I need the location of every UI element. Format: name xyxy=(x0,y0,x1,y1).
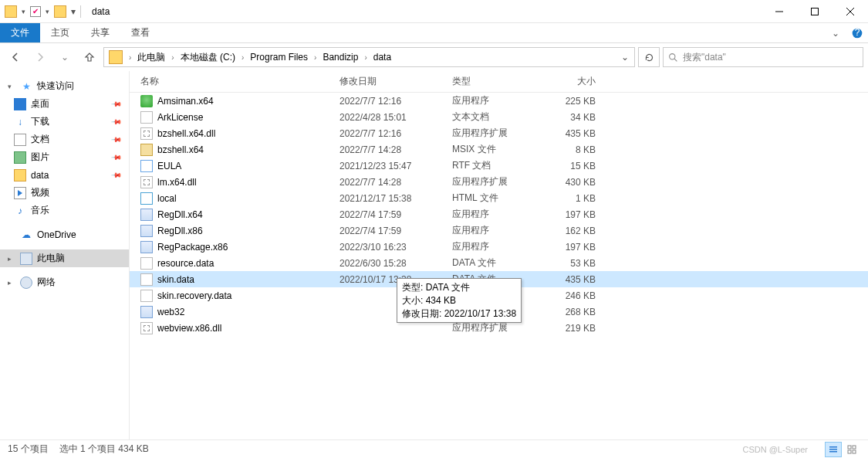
maximize-button[interactable] xyxy=(797,0,833,23)
file-name: resource.data xyxy=(157,258,329,269)
sidebar-item[interactable]: ↓下载📌 xyxy=(0,113,129,131)
help-icon[interactable]: ? xyxy=(846,23,868,42)
chevron-right-icon[interactable]: ▸ xyxy=(8,255,15,263)
address-bar: ⌄ › 此电脑 › 本地磁盘 (C:) › Program Files › Ba… xyxy=(0,43,868,71)
nav-network[interactable]: ▸ 网络 xyxy=(0,273,129,291)
chevron-right-icon[interactable]: › xyxy=(168,53,177,62)
address-dropdown-icon[interactable]: ⌄ xyxy=(617,52,633,63)
chevron-right-icon[interactable]: › xyxy=(311,53,319,62)
shield-icon xyxy=(140,95,153,107)
open-folder-icon[interactable] xyxy=(54,5,66,18)
file-name: RegDll.x64 xyxy=(157,209,329,220)
qat-dropdown-icon[interactable]: ▾ xyxy=(22,8,25,15)
file-date: 2021/12/17 15:38 xyxy=(329,193,441,204)
crumb-drive[interactable]: 本地磁盘 (C:) xyxy=(177,51,238,64)
nav-back-button[interactable] xyxy=(5,46,26,68)
file-row[interactable]: resource.data2022/6/30 15:28DATA 文件53 KB xyxy=(130,255,868,271)
sidebar-item-label: 桌面 xyxy=(31,97,49,110)
sidebar-item[interactable]: 图片📌 xyxy=(0,148,129,166)
svg-line-7 xyxy=(674,59,677,61)
status-item-count: 15 个项目 xyxy=(8,443,49,456)
tab-home[interactable]: 主页 xyxy=(40,23,80,42)
svg-rect-1 xyxy=(812,8,819,15)
nav-this-pc[interactable]: ▸ 此电脑 xyxy=(0,249,129,267)
qat-dropdown-icon[interactable]: ▾ xyxy=(46,8,49,15)
file-type: 应用程序扩展 xyxy=(441,127,540,140)
nav-forward-button[interactable] xyxy=(29,46,51,68)
sidebar-item-label: 视频 xyxy=(31,186,49,199)
file-name: bzshell.x64.dll xyxy=(157,128,329,139)
file-name: RegPackage.x86 xyxy=(157,242,329,253)
refresh-button[interactable] xyxy=(638,47,660,67)
qat-overflow-icon[interactable]: ▾ xyxy=(71,6,76,17)
breadcrumb[interactable]: › 此电脑 › 本地磁盘 (C:) › Program Files › Band… xyxy=(103,47,635,67)
chevron-right-icon[interactable]: › xyxy=(126,53,134,62)
nav-recent-icon[interactable]: ⌄ xyxy=(54,46,76,68)
close-button[interactable] xyxy=(833,0,868,23)
nav-quick-access[interactable]: ▾ ★ 快速访问 xyxy=(0,77,129,95)
crumb-data[interactable]: data xyxy=(370,52,394,63)
file-size: 34 KB xyxy=(540,112,610,123)
file-row[interactable]: RegDll.x642022/7/4 17:59应用程序197 KB xyxy=(130,206,868,222)
file-row[interactable]: lm.x64.dll2022/7/7 14:28应用程序扩展430 KB xyxy=(130,174,868,190)
tooltip-date: 修改日期: 2022/10/17 13:38 xyxy=(402,307,516,321)
file-size: 197 KB xyxy=(540,209,610,220)
file-row[interactable]: local2021/12/17 15:38HTML 文件1 KB xyxy=(130,190,868,206)
exe-icon xyxy=(140,209,153,221)
chevron-down-icon[interactable]: ▾ xyxy=(8,83,15,90)
nav-up-button[interactable] xyxy=(79,46,100,68)
file-row[interactable]: ArkLicense2022/4/28 15:01文本文档34 KB xyxy=(130,109,868,125)
sidebar-item[interactable]: 文档📌 xyxy=(0,131,129,148)
file-date: 2022/6/30 15:28 xyxy=(329,258,441,269)
file-row[interactable]: RegPackage.x862022/3/10 16:23应用程序197 KB xyxy=(130,239,868,255)
file-row[interactable]: bzshell.x642022/7/7 14:28MSIX 文件8 KB xyxy=(130,141,868,158)
window-title: data xyxy=(86,6,110,17)
file-size: 197 KB xyxy=(540,242,610,253)
folder-icon xyxy=(109,50,123,64)
file-date: 2022/7/4 17:59 xyxy=(329,226,441,236)
file-row[interactable]: bzshell.x64.dll2022/7/7 12:16应用程序扩展435 K… xyxy=(130,125,868,141)
file-row[interactable]: EULA2021/12/23 15:47RTF 文档15 KB xyxy=(130,158,868,174)
crumb-thispc[interactable]: 此电脑 xyxy=(134,51,168,64)
column-name[interactable]: 名称 xyxy=(130,75,329,88)
file-date: 2022/7/7 14:28 xyxy=(329,177,441,188)
minimize-button[interactable] xyxy=(762,0,797,23)
chevron-right-icon[interactable]: › xyxy=(238,53,247,62)
svg-rect-14 xyxy=(853,450,856,453)
tab-file[interactable]: 文件 xyxy=(0,23,40,42)
file-size: 268 KB xyxy=(540,307,610,317)
ribbon-expand-icon[interactable]: ⌄ xyxy=(825,23,846,42)
tab-view[interactable]: 查看 xyxy=(120,23,160,42)
data-icon xyxy=(140,273,153,286)
nav-label: 网络 xyxy=(37,276,56,289)
view-thumbnails-icon[interactable] xyxy=(843,442,860,457)
column-size[interactable]: 大小 xyxy=(540,75,610,88)
nav-onedrive[interactable]: ▸ ☁ OneDrive xyxy=(0,226,129,243)
view-details-icon[interactable] xyxy=(825,442,842,457)
crumb-bandizip[interactable]: Bandizip xyxy=(319,52,361,63)
sidebar-item[interactable]: data📌 xyxy=(0,166,129,184)
file-date: 2022/3/10 16:23 xyxy=(329,242,441,253)
file-type: MSIX 文件 xyxy=(441,143,540,156)
pin-icon: 📌 xyxy=(111,134,123,145)
sidebar-item[interactable]: 视频 xyxy=(0,184,129,202)
status-bar: 15 个项目 选中 1 个项目 434 KB CSDN @L-Super xyxy=(0,439,868,458)
file-row[interactable]: Amsiman.x642022/7/7 12:16应用程序225 KB xyxy=(130,93,868,109)
chevron-right-icon[interactable]: ▸ xyxy=(8,279,15,287)
properties-icon[interactable]: ✔ xyxy=(30,6,41,17)
file-type: 文本文档 xyxy=(441,110,540,124)
sidebar-item[interactable]: ♪音乐 xyxy=(0,202,129,219)
file-type: 应用程序扩展 xyxy=(441,175,540,188)
chevron-right-icon[interactable]: › xyxy=(361,53,370,62)
search-input[interactable]: 搜索"data" xyxy=(663,47,863,67)
file-row[interactable]: RegDll.x862022/7/4 17:59应用程序162 KB xyxy=(130,222,868,239)
sidebar-item[interactable]: 桌面📌 xyxy=(0,95,129,113)
column-date[interactable]: 修改日期 xyxy=(329,75,441,88)
pic-icon xyxy=(14,151,26,164)
crumb-programfiles[interactable]: Program Files xyxy=(247,52,311,63)
file-type: 应用程序 xyxy=(441,224,540,237)
tab-share[interactable]: 共享 xyxy=(80,23,120,42)
search-icon xyxy=(668,53,678,63)
column-type[interactable]: 类型 xyxy=(441,75,540,88)
file-type: 应用程序 xyxy=(441,208,540,221)
